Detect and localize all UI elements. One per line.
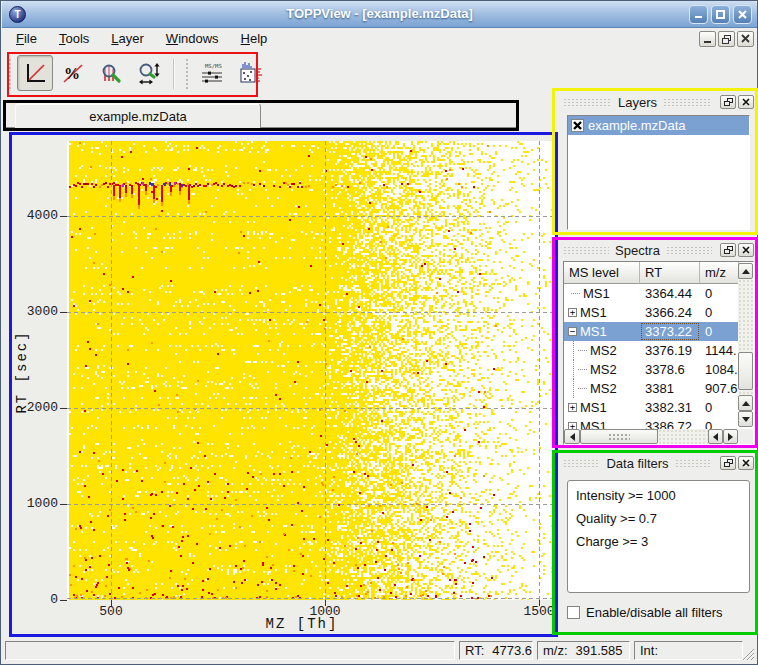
rt-value: 3378.6: [640, 360, 700, 379]
close-panel-icon[interactable]: [738, 243, 754, 257]
y-tick-label: 4000: [16, 208, 58, 223]
toolbar-grip[interactable]: [185, 58, 189, 90]
percentage-intensity-icon: %: [61, 61, 85, 85]
column-header-m-z[interactable]: m/z: [700, 262, 739, 284]
close-icon[interactable]: [733, 5, 752, 24]
data-filters-title-label: Data filters: [606, 456, 668, 471]
float-panel-icon[interactable]: [720, 243, 736, 257]
tree-collapse-icon[interactable]: −: [568, 327, 577, 336]
x-tick-mark: [539, 600, 540, 606]
column-header-rt[interactable]: RT: [640, 262, 700, 284]
tree-branch-line: [568, 341, 574, 360]
layer-visibility-checkbox[interactable]: [571, 119, 584, 132]
spectra-row-ms1-3382.31[interactable]: +MS13382.310: [564, 398, 739, 417]
menu-file[interactable]: File: [12, 29, 41, 48]
spectra-tree-table: MS levelRTm/z MS13364.440+MS13366.240−MS…: [563, 261, 754, 445]
spectra-row-ms2-3376.19[interactable]: MS23376.191144.: [564, 341, 739, 360]
percentage-intensity-button[interactable]: %: [55, 55, 91, 91]
ms-level-value: MS1: [583, 286, 610, 301]
tree-expand-icon[interactable]: +: [568, 308, 577, 317]
layer-row-example-mzdata[interactable]: example.mzData: [568, 116, 749, 135]
filter-item[interactable]: Intensity >= 1000: [576, 488, 749, 503]
minimize-icon[interactable]: [689, 5, 708, 24]
spectra-row-ms2-3381[interactable]: MS23381907.6: [564, 379, 739, 398]
pan-zoom-icon: [137, 61, 161, 85]
mz-value: 1144.: [700, 341, 739, 360]
tab-example-mzdata[interactable]: example.mzData: [15, 103, 261, 128]
layer-label: example.mzData: [588, 118, 686, 133]
title-bar[interactable]: T TOPPView - [example.mzData]: [2, 1, 757, 28]
rt-value: 3382.31: [640, 398, 700, 417]
menu-tools[interactable]: Tools: [55, 29, 93, 48]
menu-layer[interactable]: Layer: [107, 29, 148, 48]
rt-value: 3376.19: [640, 341, 700, 360]
filter-item[interactable]: Charge >= 3: [576, 534, 749, 549]
data-filters-list[interactable]: Intensity >= 1000Quality >= 0.7Charge >=…: [567, 480, 750, 593]
column-header-ms-level[interactable]: MS level: [564, 262, 640, 284]
status-bar: RT: 4773.6 m/z: 391.585 Int:: [2, 638, 757, 664]
mdi-restore-icon[interactable]: [718, 31, 735, 47]
h-scrollbar-track[interactable]: [658, 429, 708, 444]
close-panel-icon[interactable]: [738, 95, 754, 109]
int-label: Int:: [640, 643, 658, 658]
spectra-row-ms1-3366.24[interactable]: +MS13366.240: [564, 303, 739, 322]
ms-level-value: MS1: [580, 305, 607, 320]
rt-value: 3366.24: [640, 303, 700, 322]
mz-value: 391.585: [576, 643, 623, 658]
maximize-icon[interactable]: [711, 5, 730, 24]
y-tick-mark: [60, 600, 67, 601]
tree-branch-line: [571, 293, 580, 294]
mz-value: 0: [700, 303, 739, 322]
h-scrollbar-thumb[interactable]: [580, 429, 658, 444]
mdi-minimize-icon[interactable]: [699, 31, 716, 47]
spectra-row-ms2-3378.6[interactable]: MS23378.61084.: [564, 360, 739, 379]
scroll-down-icon[interactable]: [738, 411, 753, 427]
x-axis-label: MZ [Th]: [192, 616, 412, 632]
y-tick-mark: [60, 216, 67, 217]
filter-item[interactable]: Quality >= 0.7: [576, 511, 749, 526]
tab-label: example.mzData: [89, 109, 187, 124]
msms-precursor-icon: MS/MS: [199, 61, 225, 85]
x-tick-mark: [111, 600, 112, 606]
msms-precursor-button[interactable]: MS/MS: [194, 55, 230, 91]
tab-bar: example.mzData: [6, 103, 516, 128]
dock-texture: [663, 98, 712, 107]
x-tick-mark: [325, 600, 326, 606]
scroll-left-icon[interactable]: [708, 429, 723, 444]
spectra-rows: MS13364.440+MS13366.240−MS13373.220MS233…: [564, 284, 739, 431]
linear-intensity-button[interactable]: [17, 55, 53, 91]
dock-texture: [563, 459, 600, 468]
tree-expand-icon[interactable]: +: [568, 403, 577, 412]
y-tick-label: 0: [16, 592, 58, 607]
float-panel-icon[interactable]: [720, 95, 736, 109]
resize-grip[interactable]: [742, 648, 755, 661]
mz-value: 0: [700, 322, 739, 341]
scroll-left-icon[interactable]: [564, 429, 580, 444]
float-panel-icon[interactable]: [720, 456, 736, 470]
y-axis-label: RT [sec]: [14, 314, 30, 430]
ms-level-value: MS1: [580, 324, 607, 339]
status-mz-panel: m/z: 391.585: [537, 641, 630, 660]
mz-value: 1084.: [700, 360, 739, 379]
spectra-title-label: Spectra: [615, 243, 660, 258]
toolbar-grip[interactable]: [8, 58, 12, 90]
pan-zoom-button[interactable]: [131, 55, 167, 91]
enable-filters-checkbox[interactable]: [567, 606, 580, 619]
ms-level-value: MS2: [590, 343, 617, 358]
plot-canvas[interactable]: [67, 141, 554, 600]
scroll-right-icon[interactable]: [723, 429, 738, 444]
spectra-row-ms1-3373.22[interactable]: −MS13373.220: [564, 322, 739, 341]
zoom-button[interactable]: [93, 55, 129, 91]
spectra-row-ms1-3364.44[interactable]: MS13364.440: [564, 284, 739, 303]
menu-help[interactable]: Help: [237, 29, 272, 48]
mdi-close-icon[interactable]: [737, 31, 754, 47]
scroll-up-icon[interactable]: [738, 395, 753, 411]
tree-branch-line: [568, 379, 574, 398]
menu-windows[interactable]: Windows: [162, 29, 223, 48]
close-panel-icon[interactable]: [738, 456, 754, 470]
scroll-up-icon[interactable]: [738, 263, 753, 279]
projections-button[interactable]: [232, 55, 268, 91]
window-title: TOPPView - [example.mzData]: [2, 6, 757, 21]
rt-value: 3364.44: [640, 284, 700, 303]
v-scrollbar-thumb[interactable]: [738, 352, 753, 390]
